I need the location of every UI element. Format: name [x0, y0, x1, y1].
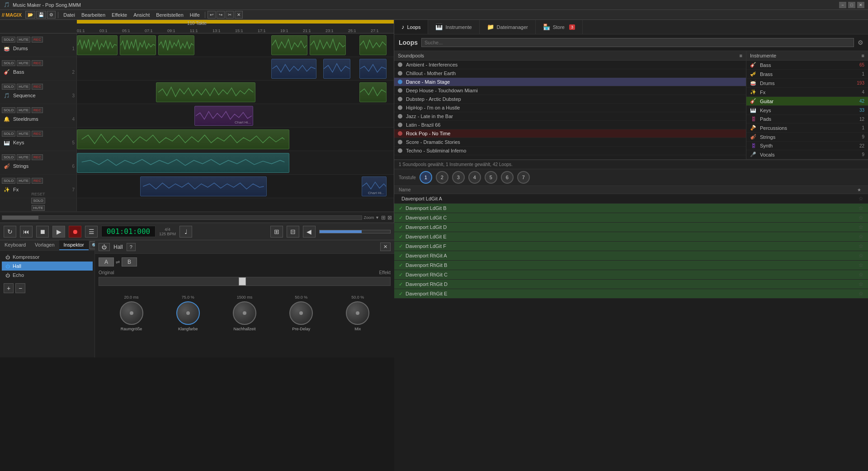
fx-solo-btn[interactable]: SOLO — [2, 178, 15, 184]
sequence-track-content[interactable] — [77, 81, 394, 104]
sp-score[interactable]: Score - Dramatic Stories — [394, 138, 746, 147]
inst-percussions[interactable]: 🪘 Percussions 1 — [746, 124, 868, 133]
keys-clip-1[interactable] — [77, 129, 289, 149]
tab-instrumente[interactable]: 🎹 Instrumente — [428, 20, 479, 34]
loop-item[interactable]: ✓ Davenport LdGit B ☆ — [394, 204, 868, 213]
bass-track-content[interactable] — [77, 57, 394, 80]
sp-techno[interactable]: Techno - Subliminal Inferno — [394, 147, 746, 155]
transport-start-btn[interactable]: ⏮ — [20, 226, 33, 238]
keys-rec-btn[interactable]: REC — [32, 131, 43, 137]
keys-hute-btn[interactable]: HUTE — [17, 131, 30, 137]
raumgroesse-knob[interactable] — [120, 301, 143, 325]
steeldrums-clip-1[interactable]: Chart Hi... — [194, 106, 253, 126]
drums-clip-5[interactable] — [310, 35, 346, 55]
strings-hute-btn[interactable]: HUTE — [17, 154, 30, 160]
ab-btn-a[interactable]: A — [99, 257, 114, 266]
drums-clip-4[interactable] — [271, 35, 307, 55]
soundpools-sort-icon[interactable]: ≡ — [740, 53, 742, 58]
menu-ansicht[interactable]: Ansicht — [131, 11, 152, 19]
loop-item[interactable]: ✓ Davenport RhGit A ☆ — [394, 251, 868, 261]
inst-bass[interactable]: 🎸 Bass 65 — [746, 61, 868, 70]
bass-clip-1[interactable] — [271, 59, 316, 79]
loop-item[interactable]: ✓ Davenport LdGit F ☆ — [394, 242, 868, 251]
tonstufe-btn-4[interactable]: 4 — [468, 171, 481, 184]
echo-effect[interactable]: ⏻ Echo — [2, 271, 93, 280]
fx-hute-btn[interactable]: HUTE — [17, 178, 30, 184]
bass-hute-btn[interactable]: HUTE — [17, 60, 30, 66]
inst-drums[interactable]: 🥁 Drums 193 — [746, 79, 868, 88]
loop-item[interactable]: ✓ Davenport LdGit D ☆ — [394, 223, 868, 232]
loop-star[interactable]: ☆ — [859, 271, 863, 278]
track8-solo-btn[interactable]: SOLO — [31, 198, 45, 204]
loop-star[interactable]: ☆ — [859, 252, 863, 259]
sequence-rec-btn[interactable]: REC — [32, 84, 43, 90]
scrollbar-thumb[interactable] — [2, 216, 38, 219]
inst-guitar[interactable]: 🎸 Guitar 42 — [746, 97, 868, 106]
steeldrums-hute-btn[interactable]: HUTE — [17, 107, 30, 113]
hall-power-main-btn[interactable]: ⏻ — [99, 243, 110, 251]
strings-rec-btn[interactable]: REC — [32, 154, 43, 160]
toolbar-undo-btn[interactable]: ↩ — [208, 11, 216, 19]
minimize-button[interactable]: − — [839, 2, 846, 8]
hall-effect[interactable]: ⏻ Hall — [2, 262, 93, 271]
predelay-knob[interactable] — [289, 301, 313, 325]
zoom-icon[interactable]: ⊞ — [381, 214, 386, 221]
transport-grid-btn[interactable]: ⊞ — [270, 226, 283, 238]
loops-settings-icon[interactable]: ⚙ — [858, 39, 863, 46]
menu-bereitstellen[interactable]: Bereitstellen — [153, 11, 186, 19]
toolbar-open-btn[interactable]: 📂 — [25, 11, 35, 19]
fit-icon[interactable]: ⊠ — [387, 214, 392, 221]
loop-item[interactable]: ✓ Davenport RhGit D ☆ — [394, 280, 868, 289]
sp-chillout[interactable]: Chillout - Mother Earth — [394, 69, 746, 78]
inst-fx[interactable]: ✨ Fx 4 — [746, 88, 868, 97]
maximize-button[interactable]: □ — [848, 2, 855, 8]
bass-clip-3[interactable] — [359, 59, 387, 79]
sequence-hute-btn[interactable]: HUTE — [17, 84, 30, 90]
drums-hute-btn[interactable]: HUTE — [17, 37, 30, 43]
toolbar-scissors-btn[interactable]: ✂ — [226, 11, 234, 19]
menu-hilfe[interactable]: Hilfe — [187, 11, 203, 19]
sp-hiphop[interactable]: HipHop - I'm on a Hustle — [394, 104, 746, 112]
loop-item[interactable]: ✓ Davenport LdGit E ☆ — [394, 232, 868, 242]
inst-synth[interactable]: 🎛 Synth 22 — [746, 142, 868, 150]
loop-star[interactable]: ☆ — [859, 281, 863, 287]
loop-star[interactable]: ☆ — [859, 262, 863, 268]
keys-solo-btn[interactable]: SOLO — [2, 131, 15, 137]
drums-clip-1[interactable] — [77, 35, 118, 55]
transport-snap-btn[interactable]: ⊟ — [287, 226, 299, 238]
tab-dateimanager[interactable]: 📁 Dateimanager — [480, 20, 536, 34]
sequence-clip-1[interactable] — [156, 82, 255, 102]
loop-item[interactable]: ✓ Davenport RhGit B ☆ — [394, 261, 868, 270]
dry-wet-knob[interactable] — [239, 277, 246, 285]
strings-track-content[interactable] — [77, 151, 394, 174]
menu-effekte[interactable]: Effekte — [109, 11, 130, 19]
echo-power-icon[interactable]: ⏻ — [5, 273, 10, 278]
sequence-clip-2[interactable] — [359, 82, 387, 102]
instruments-sort-icon[interactable]: ≡ — [862, 53, 864, 58]
transport-record-btn[interactable]: ⏺ — [69, 226, 81, 238]
sp-jazz[interactable]: Jazz - Late in the Bar — [394, 112, 746, 121]
transport-prev-marker-btn[interactable]: ◀ — [303, 226, 316, 238]
transport-pattern-btn[interactable]: ☰ — [85, 226, 98, 238]
inst-pads[interactable]: 🎛 Pads 12 — [746, 115, 868, 124]
tab-loops[interactable]: ♪ Loops — [394, 20, 428, 34]
sp-dance[interactable]: Dance - Main Stage — [394, 78, 746, 86]
keys-track-content[interactable] — [77, 128, 394, 151]
loop-star[interactable]: ☆ — [859, 233, 863, 240]
loop-star[interactable]: ☆ — [859, 224, 863, 230]
mix-knob[interactable] — [346, 301, 369, 325]
transport-progress-bar[interactable] — [319, 230, 391, 233]
tab-vorlagen[interactable]: Vorlagen — [30, 240, 59, 250]
loop-star[interactable]: ☆ — [859, 195, 863, 202]
toolbar-settings-btn[interactable]: ⚙ — [47, 11, 56, 19]
toolbar-save-btn[interactable]: 💾 — [36, 11, 46, 19]
loops-search-input[interactable] — [421, 38, 854, 47]
close-button[interactable]: ✕ — [857, 2, 864, 8]
fx-clip-1[interactable] — [140, 176, 267, 196]
tonstufe-btn-1[interactable]: 1 — [420, 171, 432, 184]
dry-wet-slider[interactable] — [99, 277, 391, 286]
hall-power-icon[interactable]: ⏻ — [5, 264, 10, 269]
transport-play-btn[interactable]: ▶ — [52, 226, 65, 238]
loop-star[interactable]: ☆ — [859, 290, 863, 297]
bass-solo-btn[interactable]: SOLO — [2, 60, 15, 66]
